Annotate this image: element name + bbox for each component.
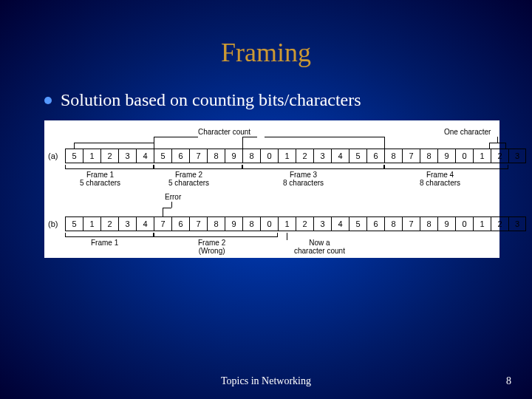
cell: 3 [118, 149, 136, 163]
cell: 2 [296, 216, 313, 231]
cell: 7 [189, 149, 207, 163]
cell: 2 [491, 216, 508, 231]
bullet-item: Solution based on counting bits/characte… [44, 90, 488, 110]
cell: 4 [331, 149, 349, 163]
label-one-character: One character [444, 128, 491, 136]
cell: 3 [313, 149, 331, 163]
frame-b2: Frame 2(Wrong) [198, 239, 225, 255]
cell: 8 [207, 149, 225, 163]
cell: 6 [366, 216, 384, 231]
footer-text: Topics in Networking [0, 375, 532, 387]
cell: 9 [225, 216, 242, 231]
cell: 1 [473, 216, 491, 231]
frame-a4: Frame 48 characters [420, 171, 460, 187]
cell: 9 [225, 149, 242, 163]
framing-figure: Character count One character (a) 512345… [44, 120, 499, 258]
cell: 1 [278, 216, 296, 231]
cell: 6 [171, 216, 189, 231]
cell: 6 [366, 149, 384, 163]
cells-row-b: (b) 51234767898012345687890123 [50, 216, 494, 231]
cell: 2 [100, 149, 118, 163]
cell: 8 [384, 149, 402, 163]
cell: 7 [154, 216, 171, 231]
figure-row-a: Character count One character (a) 512345… [50, 128, 494, 163]
row-b-label: (b) [48, 219, 58, 228]
cell: 8 [384, 216, 402, 231]
cell: 3 [118, 216, 136, 231]
cell: 7 [402, 149, 420, 163]
row-a-label: (a) [48, 151, 58, 160]
bullet-dot-icon [44, 97, 52, 104]
cell: 8 [207, 216, 225, 231]
cell: 0 [455, 149, 473, 163]
frame-a1: Frame 15 characters [80, 171, 120, 187]
cell: 7 [402, 216, 420, 231]
cell: 8 [420, 149, 437, 163]
cell: 1 [83, 216, 100, 231]
frame-a3: Frame 38 characters [283, 171, 324, 187]
cell: 2 [296, 149, 313, 163]
label-now-char-count: Now acharacter count [294, 239, 345, 255]
cell: 0 [455, 216, 473, 231]
cell: 2 [491, 149, 508, 163]
label-error: Error [165, 193, 181, 201]
cell: 8 [242, 216, 260, 231]
cell: 3 [508, 149, 526, 163]
cell: 9 [437, 149, 455, 163]
cells-row-a: (a) 51234567898012345687890123 [50, 149, 494, 163]
slide-title: Framing [0, 0, 532, 68]
label-character-count: Character count [198, 128, 250, 136]
cell: 1 [278, 149, 296, 163]
cell: 2 [100, 216, 118, 231]
cell: 5 [65, 216, 83, 231]
bullet-text: Solution based on counting bits/characte… [61, 90, 361, 110]
cell: 1 [83, 149, 100, 163]
cell: 4 [331, 216, 349, 231]
cell: 5 [349, 149, 366, 163]
figure-row-b: Error (b) 51234767898012345687890123 Fra… [50, 193, 494, 231]
slide-content: Solution based on counting bits/characte… [0, 68, 532, 258]
cell: 8 [420, 216, 437, 231]
cell: 3 [313, 216, 331, 231]
cell: 4 [136, 149, 154, 163]
cell: 0 [260, 216, 278, 231]
frame-b1: Frame 1 [91, 239, 118, 247]
cell: 9 [437, 216, 455, 231]
frame-a2: Frame 25 characters [168, 171, 209, 187]
cell: 1 [473, 149, 491, 163]
cell: 5 [65, 149, 83, 163]
cell: 7 [189, 216, 207, 231]
cell: 4 [136, 216, 154, 231]
cell: 5 [154, 149, 171, 163]
cell: 0 [260, 149, 278, 163]
cell: 6 [171, 149, 189, 163]
page-number: 8 [506, 375, 511, 387]
cell: 8 [242, 149, 260, 163]
cell: 3 [508, 216, 526, 231]
cell: 5 [349, 216, 366, 231]
